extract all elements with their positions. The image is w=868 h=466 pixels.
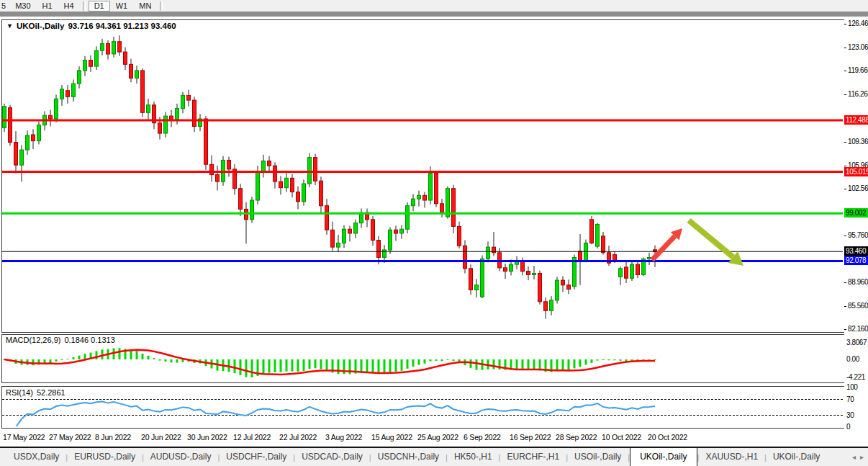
tab-hk50-h1[interactable]: HK50-,H1 [448, 449, 499, 465]
bull-candle [3, 107, 6, 128]
tab-usdcnh-daily[interactable]: USDCNH-,Daily [371, 449, 446, 465]
bull-candle [630, 264, 634, 278]
bull-candle [83, 61, 87, 71]
macd-axis-label: 3.8067 [846, 339, 867, 346]
bull-candle [37, 125, 41, 141]
bull-candle [383, 250, 386, 258]
price-axis-label: 119.660 [848, 66, 868, 74]
price-axis-tick [844, 142, 846, 143]
price-panel[interactable] [1, 19, 845, 333]
tab-ukoil-daily[interactable]: UKOil-,Daily [767, 449, 826, 465]
price-axis-label: 123.060 [848, 43, 868, 51]
price-axis-tick [844, 24, 846, 24]
tab-audusd-daily[interactable]: AUDUSD-,Daily [144, 449, 218, 465]
tab-usdcad-daily[interactable]: USDCAD-,Daily [295, 449, 369, 465]
tab-scroll-right-icon[interactable]: ▸ [860, 453, 864, 461]
time-axis[interactable]: 17 May 202227 May 20228 Jun 202220 Jun 2… [0, 431, 844, 447]
tab-xauusd-h1[interactable]: XAUUSD-,H1 [699, 449, 764, 465]
bear-candle [130, 64, 133, 78]
tab-eurusd-daily[interactable]: EURUSD-,Daily [68, 449, 142, 465]
time-axis-label: 30 Jun 2022 [187, 433, 227, 442]
macd-chart[interactable] [2, 335, 843, 381]
bear-candle [14, 143, 18, 166]
bull-candle [26, 135, 30, 150]
price-axis-label: 85.560 [848, 302, 868, 310]
timeframe-toolbar: 5M30H1H4D1W1MN [0, 0, 868, 12]
time-axis-label: 22 Jul 2022 [279, 433, 317, 442]
bull-candle [417, 195, 421, 199]
bull-candle [135, 71, 139, 79]
tab-scroll-buttons: ◂ ▸ [848, 448, 868, 466]
price-chart[interactable] [2, 20, 843, 331]
bear-candle [268, 161, 271, 166]
symbol-tabs-bar: USDX,Daily|EURUSD-,Daily|AUDUSD-,Daily|U… [0, 447, 868, 466]
rsi-label: RSI(14)52.2861 [6, 388, 69, 397]
time-axis-label: 10 Oct 2022 [602, 433, 641, 442]
bear-candle [567, 285, 571, 290]
price-axis[interactable]: 126.460123.060119.660116.260109.360105.9… [844, 17, 868, 447]
tab-eurchf-h1[interactable]: EURCHF-,H1 [500, 449, 566, 465]
bear-candle [440, 204, 444, 213]
bull-candle [72, 84, 76, 97]
bull-candle [400, 229, 404, 233]
price-axis-label: 116.260 [848, 90, 868, 98]
rsi-value: 52.2861 [37, 388, 65, 397]
symbol-dropdown-icon[interactable]: ▼ [6, 22, 13, 30]
price-axis-label: 102.560 [848, 184, 868, 192]
bear-candle [204, 119, 208, 164]
time-axis-label: 6 Sep 2022 [464, 433, 501, 442]
bear-candle [504, 268, 507, 272]
rsi-axis-label: 30 [846, 411, 854, 419]
time-axis-label: 20 Jun 2022 [141, 433, 181, 442]
timeframe-button-h1[interactable]: H1 [37, 1, 58, 12]
bull-candle [487, 247, 490, 259]
price-axis-tick [844, 282, 846, 283]
price-axis-label: 82.160 [848, 325, 868, 333]
timeframe-button-mn[interactable]: MN [133, 1, 157, 12]
bear-candle [469, 269, 473, 290]
bear-candle [458, 226, 461, 246]
rsi-chart[interactable] [2, 387, 843, 426]
bear-candle [423, 195, 427, 200]
bear-candle [348, 229, 352, 233]
macd-panel[interactable] [1, 334, 845, 383]
bear-candle [193, 100, 196, 126]
tab-usdx-daily[interactable]: USDX,Daily [7, 449, 65, 465]
bullish-arrow[interactable] [652, 228, 682, 260]
timeframe-button-h4[interactable]: H4 [58, 1, 80, 12]
timeframe-button-5[interactable]: 5 [0, 1, 9, 12]
bear-candle [636, 264, 640, 274]
bear-candle [227, 160, 231, 169]
time-axis-label: 17 May 2022 [3, 433, 45, 442]
time-axis-label: 27 May 2022 [49, 433, 91, 442]
bear-candle [538, 274, 542, 302]
bear-candle [521, 261, 525, 271]
bear-candle [118, 42, 122, 52]
bull-candle [60, 89, 64, 99]
bear-candle [394, 230, 398, 233]
bull-candle [164, 116, 168, 133]
timeframe-button-w1[interactable]: W1 [110, 1, 134, 12]
bear-candle [602, 236, 605, 253]
rsi-panel[interactable] [1, 386, 845, 429]
bear-candle [371, 220, 375, 241]
timeframe-button-m30[interactable]: M30 [9, 1, 36, 12]
bear-candle [49, 115, 53, 119]
bull-candle [20, 150, 24, 165]
bearish-arrow[interactable] [689, 220, 743, 266]
tab-usoil-daily[interactable]: USOil-,Daily [568, 449, 628, 465]
bear-candle [590, 220, 594, 243]
bear-candle [210, 164, 214, 174]
timeframe-button-d1[interactable]: D1 [89, 1, 110, 12]
bear-candle [239, 189, 243, 210]
tab-usdchf-daily[interactable]: USDCHF-,Daily [220, 449, 293, 465]
bull-candle [147, 105, 150, 113]
bull-candle [78, 71, 81, 84]
bull-candle [556, 280, 559, 300]
candlestick-series [3, 35, 657, 319]
tab-scroll-left-icon[interactable]: ◂ [852, 453, 856, 461]
bear-candle [613, 255, 617, 261]
price-axis-label: 126.460 [848, 19, 868, 27]
bear-candle [325, 206, 329, 230]
tab-ukoil-daily[interactable]: UKOil-,Daily [630, 447, 697, 466]
